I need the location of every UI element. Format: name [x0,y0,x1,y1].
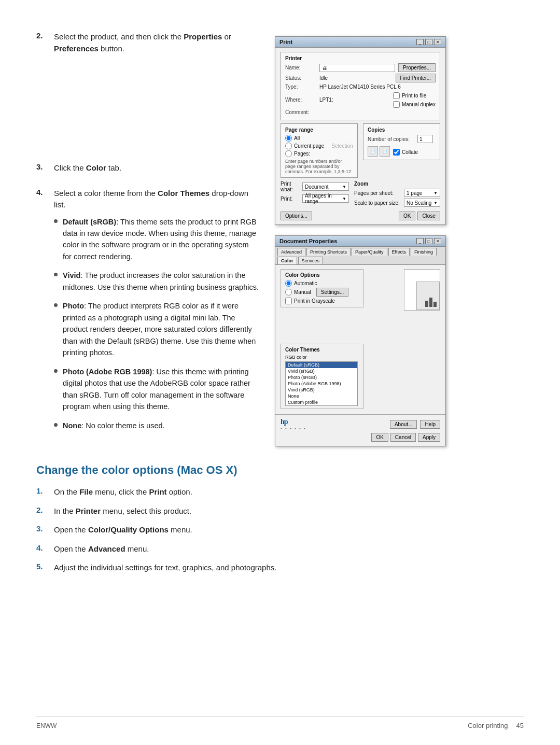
list-item[interactable]: None [286,393,357,399]
cancel-button[interactable]: Cancel [390,433,416,442]
type-label: Type: [285,84,316,90]
tab-services[interactable]: Services [298,257,324,264]
list-item[interactable]: Default (sRGB) [286,362,357,368]
list-item[interactable]: Photo (sRGB) [286,374,357,381]
footer-page: 45 [516,722,524,729]
pages-radio[interactable] [285,150,292,157]
color-options-title: Color Options [285,272,359,278]
pages-per-sheet-select[interactable]: 1 page ▼ [404,189,440,197]
page-container: 2. Select the product, and then click th… [0,0,560,745]
manual-radio[interactable] [285,289,292,296]
collate-images: 📄 📄 [368,146,390,157]
tab-printing-shortcuts[interactable]: Printing Shortcuts [306,248,351,256]
minimize-button[interactable]: _ [416,39,424,45]
bullet-text: None: No color theme is used. [63,420,165,431]
num-copies-label: Number of copies: [368,136,414,142]
list-item: Photo: The product interprets RGB color … [54,300,259,358]
ok-button[interactable]: OK [399,212,415,220]
bullet-dot [54,219,58,223]
print-grayscale-checkbox[interactable] [285,298,292,304]
page-range-section: Page range All Current page Selection [281,123,358,181]
close-button[interactable]: Close [417,212,440,220]
bullet-list: Default (sRGB): This theme sets the prod… [54,216,259,432]
where-value: LPT1: [319,97,333,103]
tab-effects[interactable]: Effects [388,248,410,256]
print-select[interactable]: All pages in range ▼ [302,194,349,203]
close-button[interactable]: ✕ [434,39,441,45]
bullet-dot [54,273,58,276]
tab-paper-quality[interactable]: Paper/Quality [352,248,387,256]
collate-checkbox-row: Collate [393,149,418,156]
pages-label: Pages: [294,151,310,157]
step-2: 2. Select the product, and then click th… [36,31,259,59]
options-button[interactable]: Options... [281,212,312,220]
manual-label: Manual [294,289,311,295]
color-themes-list[interactable]: Default (sRGB) Vivid (sRGB) Photo (sRGB)… [285,361,358,406]
list-item[interactable]: Vivid (sRGB) [286,387,357,393]
options-ok-row: Options... OK Close [281,212,440,220]
copies-input[interactable]: 1 [417,135,433,143]
preview-inner [416,282,440,310]
bullet-dot [54,369,58,373]
mac-step-1: 1. On the File menu, click the Print opt… [36,486,524,498]
tab-color[interactable]: Color [277,257,297,264]
step-3-number: 3. [36,162,48,178]
printer-name-input[interactable]: 🖨 [319,64,395,72]
list-item[interactable]: Vivid (sRGB) [286,368,357,374]
printer-section-title: Printer [285,55,436,61]
hp-logo: hp [281,418,306,426]
ok-button[interactable]: OK [371,433,388,442]
step-2-content: Select the product, and then click the P… [54,31,259,59]
pages-radio-row: Pages: [285,150,353,157]
collate-label: Collate [402,149,418,155]
copies-box: Copies Number of copies: 1 📄 [363,123,440,160]
settings-button[interactable]: Settings... [316,288,348,297]
spacer [281,313,440,344]
maximize-button[interactable]: □ [425,39,432,45]
where-label: Where: [285,97,316,103]
step-3-content: Click the Color tab. [54,162,259,178]
props-dialog-title: Document Properties [279,238,337,244]
about-help-buttons: About... Help [390,420,440,429]
step-2-number: 2. [36,31,48,59]
mac-step-3: 3. Open the Color/Quality Options menu. [36,524,524,536]
chart-bar-3 [433,302,437,307]
page-range-copies-section: Page range All Current page Selection [281,123,440,181]
copies-section: Copies Number of copies: 1 📄 [363,123,440,181]
all-radio[interactable] [285,135,292,142]
tab-advanced[interactable]: Advanced [277,248,305,256]
bullet-text: Default (sRGB): This theme sets the prod… [63,216,259,263]
collate-checkbox[interactable] [393,149,400,156]
print-what-select[interactable]: Document ▼ [302,182,349,191]
tab-finishing[interactable]: Finishing [411,248,437,256]
automatic-radio-row: Automatic [285,280,359,287]
current-page-radio[interactable] [285,143,292,149]
mac-step-1-number: 1. [36,486,47,495]
page-range-title: Page range [285,127,353,133]
color-options-box: Color Options Automatic Manual Settings.… [281,269,363,307]
properties-button[interactable]: Properties... [398,63,436,72]
close-button[interactable]: ✕ [434,238,441,244]
mac-step-4-content: Open the Advanced menu. [54,543,149,555]
list-item[interactable]: Photo (Adobe RGB 1998) [286,381,357,387]
printer-section: Printer Name: 🖨 Properties... Status: Id… [281,52,440,120]
current-page-radio-row: Current page Selection [285,143,353,149]
mac-step-5-number: 5. [36,562,47,571]
help-button[interactable]: Help [420,420,440,429]
manual-duplex-checkbox[interactable] [393,101,400,108]
step-4-number: 4. [36,188,48,439]
selection-label: Selection [331,143,353,149]
apply-button[interactable]: Apply [418,433,440,442]
list-item[interactable]: Custom profile [286,399,357,405]
current-page-label: Current page [294,143,324,149]
about-button[interactable]: About... [390,420,417,429]
props-dialog-body: Color Options Automatic Manual Settings.… [275,265,445,446]
scale-select[interactable]: No Scaling ▼ [404,199,440,207]
automatic-radio[interactable] [285,280,292,287]
find-printer-button[interactable]: Find Printer... [396,74,436,82]
automatic-label: Automatic [294,280,317,286]
minimize-button[interactable]: _ [416,238,424,244]
print-to-file-checkbox[interactable] [393,92,400,99]
maximize-button[interactable]: □ [425,238,432,244]
page-hint: Enter page numbers and/or page ranges se… [285,159,353,174]
